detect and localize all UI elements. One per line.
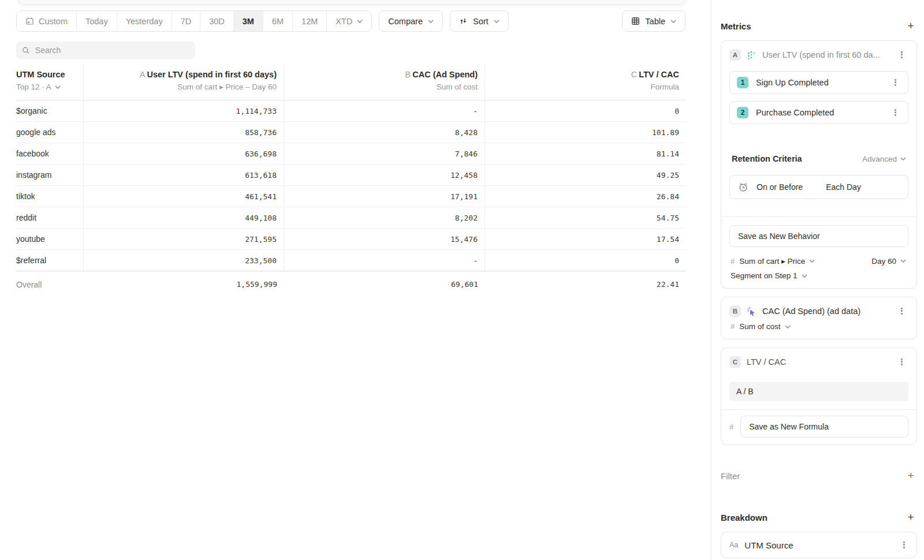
range-12m-button[interactable]: 12M	[293, 11, 327, 31]
range-label: Today	[85, 17, 108, 26]
metric-b-card: B CAC (Ad Spend) (ad data) ⋮ # Sum of co…	[721, 297, 917, 339]
range-label: Custom	[39, 17, 68, 26]
breakdown-item-utm-source[interactable]: Aa UTM Source ⋮	[721, 532, 917, 558]
retention-criteria-row: Retention Criteria Advanced	[721, 154, 916, 163]
table-row: $referral 233,500 - 0	[16, 250, 686, 271]
search-box	[16, 42, 195, 59]
range-xtd-button[interactable]: XTD	[327, 11, 371, 31]
column-header-metric-a[interactable]: AUser LTV (spend in first 60 days) Sum o…	[84, 64, 284, 100]
view-label: Table	[645, 17, 665, 26]
day-window-label: Day 60	[871, 257, 896, 266]
chevron-down-icon	[802, 274, 807, 278]
column-header-metric-b[interactable]: BCAC (Ad Spend) Sum of cost	[284, 64, 485, 100]
range-3m-button[interactable]: 3M	[234, 11, 263, 31]
card-divider	[721, 409, 916, 410]
cell-ratio: 49.25	[485, 165, 686, 185]
segment-on-step-dropdown[interactable]: Segment on Step 1	[731, 271, 807, 280]
retention-criteria-selector[interactable]: On or Before Each Day	[729, 175, 908, 199]
retention-criteria-title: Retention Criteria	[732, 154, 802, 163]
metric-a-menu-button[interactable]: ⋮	[895, 48, 908, 61]
cell-ratio: 17.54	[485, 229, 686, 249]
chevron-down-icon	[428, 20, 434, 23]
overall-label: Overall	[16, 271, 84, 297]
step-number-badge: 2	[737, 107, 748, 118]
step-1-menu-button[interactable]: ⋮	[889, 76, 902, 89]
range-custom-button[interactable]: Custom	[17, 11, 77, 31]
formula-bottom-row: # Save as New Formula	[729, 416, 908, 438]
breakdown-header: Breakdown +	[721, 511, 917, 524]
row-label: $organic	[16, 100, 84, 121]
save-as-new-formula-button[interactable]: Save as New Formula	[740, 416, 908, 438]
breakdown-item-label: UTM Source	[744, 540, 891, 550]
formula-input[interactable]: A / B	[729, 382, 908, 401]
column-letter: A	[140, 70, 146, 79]
save-as-new-behavior-button[interactable]: Save as New Behavior	[729, 225, 908, 247]
property-dropdown[interactable]: Sum of cart ▸ Price	[739, 256, 815, 266]
range-label: 6M	[272, 17, 284, 26]
metrics-title: Metrics	[721, 21, 751, 31]
metric-a-card: A User LTV (spend in first 60 da... ⋮ 1 …	[721, 40, 917, 289]
metric-b-property-row: # Sum of cost	[721, 322, 916, 339]
range-label: XTD	[336, 17, 352, 26]
top-n-dropdown[interactable]: Top 12 · A	[16, 81, 76, 93]
metric-b-header[interactable]: B CAC (Ad Spend) (ad data) ⋮	[721, 297, 916, 322]
metric-c-header[interactable]: C LTV / CAC ⋮	[721, 348, 916, 376]
calendar-icon	[25, 17, 34, 25]
metric-a-property-row: # Sum of cart ▸ Price Day 60	[721, 256, 916, 266]
column-header-utm-source[interactable]: UTM Source Top 12 · A	[16, 64, 84, 100]
add-metric-button[interactable]: +	[904, 20, 917, 32]
step-2-menu-button[interactable]: ⋮	[889, 106, 902, 119]
cell-cac: 7,846	[284, 143, 485, 164]
add-breakdown-button[interactable]: +	[904, 511, 917, 524]
compare-button[interactable]: Compare	[379, 10, 443, 32]
step-row-2[interactable]: 2 Purchase Completed ⋮	[729, 101, 908, 124]
search-input[interactable]	[35, 46, 189, 55]
cell-ratio: 54.75	[485, 207, 686, 228]
row-label: instagram	[16, 165, 84, 185]
cell-cac: 12,458	[284, 165, 485, 185]
column-letter: B	[405, 70, 411, 79]
column-title: CAC (Ad Spend)	[412, 70, 478, 79]
cell-ltv: 1,114,733	[84, 100, 284, 121]
overall-ltv: 1,559,999	[84, 271, 284, 297]
column-subtitle: Formula	[650, 81, 679, 93]
day-window-dropdown[interactable]: Day 60	[871, 257, 906, 266]
table-row: reddit 449,108 8,202 54.75	[16, 207, 686, 229]
sum-of-cost-dropdown[interactable]: Sum of cost	[739, 322, 790, 331]
column-letter: C	[631, 70, 637, 79]
range-today-button[interactable]: Today	[77, 11, 117, 31]
metric-c-menu-button[interactable]: ⋮	[895, 356, 908, 368]
top-n-label: Top 12 · A	[16, 81, 51, 93]
cell-ratio: 0	[485, 100, 686, 121]
cell-cac: 15,476	[284, 229, 485, 249]
chevron-down-icon	[357, 20, 363, 23]
range-30d-button[interactable]: 30D	[200, 11, 234, 31]
advanced-dropdown[interactable]: Advanced	[862, 155, 906, 163]
table-row: tiktok 461,541 17,191 26.84	[16, 186, 686, 207]
range-yesterday-button[interactable]: Yesterday	[117, 11, 172, 31]
chevron-down-icon	[670, 20, 676, 23]
range-label: 12M	[301, 17, 318, 26]
metric-a-header[interactable]: A User LTV (spend in first 60 da... ⋮	[721, 41, 916, 69]
cell-cac: 17,191	[284, 186, 485, 207]
criteria-prefix[interactable]: On or Before	[757, 182, 803, 192]
metric-b-menu-button[interactable]: ⋮	[895, 305, 908, 318]
range-7d-button[interactable]: 7D	[172, 11, 201, 31]
view-selector-table-button[interactable]: Table	[622, 10, 685, 32]
filter-header: Filter +	[721, 469, 917, 482]
step-row-1[interactable]: 1 Sign Up Completed ⋮	[729, 71, 908, 94]
advanced-label: Advanced	[862, 155, 897, 163]
column-header-metric-c[interactable]: CLTV / CAC Formula	[485, 64, 686, 100]
sort-button[interactable]: Sort	[450, 10, 509, 32]
search-icon	[22, 46, 30, 55]
criteria-value[interactable]: Each Day	[826, 182, 861, 192]
metric-c-card: C LTV / CAC ⋮ A / B # Save as New Formul…	[721, 348, 917, 445]
breakdown-menu-button[interactable]: ⋮	[897, 539, 911, 551]
cell-cac: -	[284, 250, 485, 271]
add-filter-button[interactable]: +	[904, 469, 917, 482]
table-grid-icon	[631, 17, 640, 25]
string-property-icon: Aa	[729, 541, 738, 549]
cell-cac: 8,428	[284, 122, 485, 143]
overall-ratio: 22.41	[485, 271, 686, 297]
range-6m-button[interactable]: 6M	[263, 11, 293, 31]
